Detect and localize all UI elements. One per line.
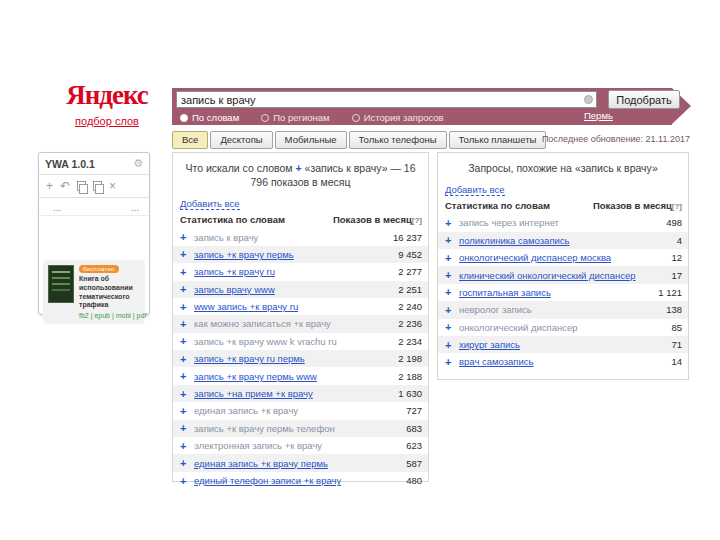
phrase-link[interactable]: запись +к врачу пермь www xyxy=(194,371,317,382)
phrase-link[interactable]: запись +к врачу www k vrachu ru xyxy=(194,336,337,347)
add-all-link[interactable]: Добавить все xyxy=(445,184,505,196)
add-phrase-icon[interactable]: + xyxy=(445,217,459,229)
add-phrase-icon[interactable]: + xyxy=(180,388,194,400)
phrase-link[interactable]: запись врачу www xyxy=(194,284,275,295)
phrase-link[interactable]: хирург запись xyxy=(459,339,520,350)
phrase-link[interactable]: врач самозапись xyxy=(459,356,534,367)
help-icon[interactable]: [?] xyxy=(412,216,422,225)
table-row: + клинический онкологический диспансер 1… xyxy=(438,266,688,283)
phrase-link[interactable]: запись +к врачу ru пермь xyxy=(194,353,305,364)
radio-icon[interactable] xyxy=(180,114,188,122)
copy-list-icon[interactable] xyxy=(93,181,102,192)
search-mode-option[interactable]: По словам xyxy=(180,112,239,123)
phrase-link[interactable]: единая запись +к врачу пермь xyxy=(194,458,328,469)
copy-icon[interactable] xyxy=(77,181,86,192)
undo-icon[interactable]: ↶ xyxy=(60,180,70,192)
ywa-book-ad[interactable]: бесплатно Книга об использовании тематич… xyxy=(43,260,145,324)
add-phrase-icon[interactable]: + xyxy=(180,440,194,452)
add-query-icon[interactable]: + xyxy=(296,162,302,174)
table-row: + онкологический диспансер москва 12 xyxy=(438,249,688,266)
add-phrase-icon[interactable]: + xyxy=(445,286,459,298)
phrase-link[interactable]: невролог запись xyxy=(459,304,532,315)
clear-icon[interactable]: × xyxy=(109,180,116,192)
radio-icon[interactable] xyxy=(352,114,360,122)
table-row: + госпитальная запись 1 121 xyxy=(438,284,688,301)
device-tab[interactable]: Все xyxy=(172,131,208,149)
add-all-link[interactable]: Добавить все xyxy=(180,198,240,210)
add-phrase-icon[interactable]: + xyxy=(445,339,459,351)
add-phrase-icon[interactable]: + xyxy=(180,318,194,330)
phrase-link[interactable]: электронная запись +к врачу xyxy=(194,440,322,451)
phrase-link[interactable]: госпитальная запись xyxy=(459,287,551,298)
phrase-link[interactable]: клинический онкологический диспансер xyxy=(459,270,636,281)
add-phrase-icon[interactable]: + xyxy=(445,269,459,281)
device-tab[interactable]: Мобильные xyxy=(275,131,347,149)
ywa-version-label: YWA 1.0.1 xyxy=(45,158,95,170)
shows-value: 16 237 xyxy=(393,232,422,243)
mode-label: История запросов xyxy=(364,112,444,123)
phrase-link[interactable]: единый телефон записи +к врачу xyxy=(194,475,341,486)
phrase-link[interactable]: запись +к врачу пермь xyxy=(194,249,294,260)
table-row: + запись к врачу 16 237 xyxy=(173,228,428,245)
add-phrase-icon[interactable]: + xyxy=(445,321,459,333)
add-phrase-icon[interactable]: + xyxy=(180,475,194,487)
wordstat-home-link[interactable]: подбор слов xyxy=(75,115,139,127)
help-icon[interactable]: [?] xyxy=(672,202,682,211)
mode-label: По словам xyxy=(192,112,239,123)
ad-format-links[interactable]: fb2 | epub | mobi | pdf xyxy=(79,312,147,319)
phrase-link[interactable]: запись +к врачу ru xyxy=(194,266,275,277)
phrase-link[interactable]: www запись +к врачу ru xyxy=(194,301,298,312)
phrase-link[interactable]: онкологический диспансер xyxy=(459,322,578,333)
add-icon[interactable]: + xyxy=(46,180,53,192)
region-link[interactable]: Пермь xyxy=(584,110,613,121)
table-row: + онкологический диспансер 85 xyxy=(438,319,688,336)
shows-value: 2 251 xyxy=(398,284,422,295)
add-phrase-icon[interactable]: + xyxy=(445,304,459,316)
add-phrase-icon[interactable]: + xyxy=(180,370,194,382)
table-row: + хирург запись 71 xyxy=(438,336,688,353)
add-phrase-icon[interactable]: + xyxy=(180,301,194,313)
phrase-link[interactable]: поликлиника самозапись xyxy=(459,235,570,246)
gear-icon[interactable]: ⚙ xyxy=(133,157,143,170)
radio-icon[interactable] xyxy=(261,114,269,122)
shows-value: 1 121 xyxy=(658,287,682,298)
right-panel-title: Запросы, похожие на «запись к врачу» xyxy=(438,153,688,179)
add-phrase-icon[interactable]: + xyxy=(180,283,194,295)
table-row: + единый телефон записи +к врачу 480 xyxy=(173,472,428,489)
phrase-link[interactable]: единая запись +к врачу xyxy=(194,405,298,416)
add-phrase-icon[interactable]: + xyxy=(180,405,194,417)
phrase-link[interactable]: запись +к врачу пермь телефон xyxy=(194,423,335,434)
phrase-link[interactable]: запись +на прием +к врачу xyxy=(194,388,313,399)
yandex-logo-text[interactable]: Яндекс xyxy=(52,80,162,111)
search-mode-option[interactable]: По регионам xyxy=(261,112,329,123)
add-phrase-icon[interactable]: + xyxy=(180,266,194,278)
phrase-link[interactable]: как можно записаться +к врачу xyxy=(194,318,331,329)
submit-button[interactable]: Подобрать xyxy=(608,90,680,109)
device-tab[interactable]: Десктопы xyxy=(210,131,272,149)
device-tab[interactable]: Только планшеты xyxy=(449,131,547,149)
keyboard-layout-icon[interactable] xyxy=(584,95,593,104)
add-phrase-icon[interactable]: + xyxy=(180,457,194,469)
search-mode-option[interactable]: История запросов xyxy=(352,112,444,123)
ywa-phrase-list-empty xyxy=(39,216,149,256)
shows-value: 2 234 xyxy=(398,336,422,347)
table-row: + www запись +к врачу ru 2 240 xyxy=(173,298,428,315)
table-row: + запись +к врачу пермь телефон 683 xyxy=(173,420,428,437)
phrase-link[interactable]: запись через интернет xyxy=(459,217,559,228)
add-phrase-icon[interactable]: + xyxy=(445,234,459,246)
add-phrase-icon[interactable]: + xyxy=(180,231,194,243)
add-phrase-icon[interactable]: + xyxy=(180,335,194,347)
table-row: + запись +к врачу пермь www 2 188 xyxy=(173,367,428,384)
add-phrase-icon[interactable]: + xyxy=(180,248,194,260)
phrase-link[interactable]: онкологический диспансер москва xyxy=(459,252,611,263)
add-phrase-icon[interactable]: + xyxy=(180,422,194,434)
add-phrase-icon[interactable]: + xyxy=(445,356,459,368)
device-tab[interactable]: Только телефоны xyxy=(349,131,447,149)
search-input[interactable] xyxy=(176,91,597,108)
left-table-header: Статистика по словам Показов в месяц[?] xyxy=(173,212,428,228)
add-phrase-icon[interactable]: + xyxy=(180,353,194,365)
table-row: + запись +на прием +к врачу 1 630 xyxy=(173,385,428,402)
add-phrase-icon[interactable]: + xyxy=(445,252,459,264)
phrase-link[interactable]: запись к врачу xyxy=(194,232,258,243)
shows-value: 9 452 xyxy=(398,249,422,260)
